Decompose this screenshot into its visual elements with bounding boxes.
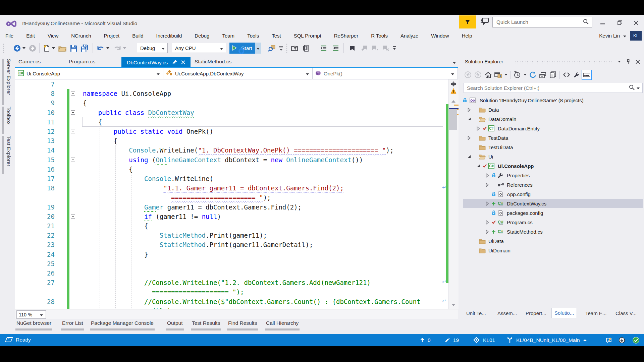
code-review-indicator[interactable] (606, 334, 612, 346)
tree-item-uidata[interactable]: UiData (463, 236, 643, 246)
ncrunch-engine-icon[interactable] (5, 337, 13, 344)
fold-collapse-box[interactable] (71, 91, 75, 96)
expand-chevron-icon[interactable] (486, 180, 489, 189)
redo-dropdown[interactable] (122, 41, 127, 55)
fold-collapse-box[interactable] (71, 214, 75, 219)
menu-tools[interactable]: Tools (241, 30, 265, 41)
save-all-button[interactable] (80, 41, 90, 55)
tree-item-testdata[interactable]: TestData (463, 133, 643, 142)
tab-program.cs[interactable]: Program.cs (69, 59, 95, 65)
bottom-tab-nuget-browser[interactable]: NuGet browser (15, 320, 52, 330)
code-editor[interactable]: 78namespace Ui.ConsoleApp9{10 public cla… (15, 79, 459, 309)
new-file-button[interactable] (42, 41, 51, 55)
fold-collapse-box[interactable] (71, 158, 75, 162)
open-file-button[interactable] (58, 41, 67, 55)
start-options-dropdown[interactable] (255, 43, 261, 54)
close-button[interactable] (630, 18, 642, 27)
navbar-project-dropdown[interactable]: C#Ui.ConsoleApp (15, 68, 163, 79)
navigate-backward-dropdown[interactable] (21, 41, 26, 55)
tab-dbcontextway.cs-active[interactable]: DbContextWay.cs (121, 57, 191, 68)
menu-debug[interactable]: Debug (188, 30, 216, 41)
menu-edit[interactable]: Edit (20, 30, 41, 41)
user-avatar[interactable]: KL (630, 31, 642, 41)
quick-launch-input[interactable]: Quick Launch (492, 17, 592, 27)
solution-explorer-header[interactable]: Solution Explorer (463, 57, 644, 67)
redo-button[interactable] (113, 41, 122, 55)
left-tab-test-explorer[interactable]: Test Explorer (2, 136, 12, 174)
se-home-button[interactable] (483, 70, 493, 80)
menu-view[interactable]: View (41, 30, 65, 41)
navigate-forward-button[interactable] (28, 41, 37, 55)
find-in-files-button[interactable] (267, 41, 277, 55)
menu-r-tools[interactable]: R Tools (365, 30, 394, 41)
collapse-chevron-icon[interactable] (468, 152, 471, 161)
navbar-member-dropdown[interactable]: OnePk() (313, 68, 458, 79)
menu-resharper[interactable]: ReSharper (328, 30, 365, 41)
tree-item-dbcontextway.cs[interactable]: C#DbContextWay.cs (463, 199, 643, 208)
find-options-dropdown[interactable] (278, 41, 284, 55)
tab-gamer.cs[interactable]: Gamer.cs (18, 59, 41, 65)
tree-item-staticmethod.cs[interactable]: C#StaticMethod.cs (463, 227, 643, 236)
bottom-tab-error-list[interactable]: Error List (61, 320, 84, 330)
menu-project[interactable]: Project (97, 30, 126, 41)
se-view-code-button[interactable] (561, 70, 572, 80)
se-scope-dropdown[interactable] (503, 70, 508, 80)
expand-chevron-icon[interactable] (477, 124, 480, 133)
undo-button[interactable] (96, 41, 105, 55)
collapse-chevron-icon[interactable] (477, 161, 480, 171)
fold-collapse-box[interactable] (71, 129, 75, 133)
save-button[interactable] (69, 41, 78, 55)
scroll-down-arrow[interactable] (451, 301, 455, 307)
expand-chevron-icon[interactable] (486, 199, 489, 208)
se-tab-solutio[interactable]: Solutio... (551, 308, 577, 318)
expand-chevron-icon[interactable] (486, 218, 489, 227)
current-branch[interactable]: KL/04B_NUnit_KL/00_Main (506, 334, 587, 346)
decrease-indent-button[interactable] (331, 41, 341, 55)
expand-chevron-icon[interactable] (468, 105, 471, 114)
tree-item-uidomain[interactable]: UiDomain (463, 246, 643, 255)
navigate-backward-button[interactable] (13, 41, 21, 55)
bottom-tab-output[interactable]: Output (166, 320, 184, 330)
navigate-to-button[interactable] (290, 41, 300, 55)
current-repository[interactable]: KL01 (473, 334, 495, 346)
close-panel-button[interactable] (634, 58, 641, 65)
menu-help[interactable]: Help (455, 30, 479, 41)
undo-dropdown[interactable] (105, 41, 110, 55)
left-tab-toolbox[interactable]: Toolbox (2, 107, 12, 134)
se-pending-changes-filter-button[interactable] (512, 70, 522, 80)
se-tab-teame[interactable]: Team E... (583, 308, 609, 318)
minimize-button[interactable] (597, 18, 608, 27)
collapse-chevron-icon[interactable] (468, 114, 471, 124)
solution-configuration-dropdown[interactable]: Debug (137, 43, 168, 53)
toolbar-grip[interactable] (286, 41, 288, 55)
window-position-dropdown[interactable] (615, 58, 623, 65)
se-filter-dropdown[interactable] (522, 70, 528, 80)
uncommitted-changes[interactable]: 19 (445, 334, 459, 346)
caret-down-icon[interactable] (637, 85, 640, 91)
unpublished-commits[interactable]: 0 (420, 334, 431, 346)
menu-sql-prompt[interactable]: SQL Prompt (287, 30, 328, 41)
restore-button[interactable] (614, 18, 626, 27)
menu-incredibuild[interactable]: Incredibuild (150, 30, 189, 41)
feedback-button[interactable] (480, 18, 491, 26)
scroll-up-arrow[interactable] (451, 98, 455, 104)
tree-item-solution-ithandyguy.onlinegame-8-projects-[interactable]: Solution 'ItHandyGuy.OnlineGame' (8 proj… (463, 96, 643, 105)
ncrunch-filter-button[interactable] (459, 15, 476, 28)
se-show-all-files-button[interactable] (548, 70, 558, 80)
bottom-tab-package-manager-console[interactable]: Package Manager Console (90, 320, 155, 330)
se-navigate-back-button[interactable] (463, 70, 473, 80)
expand-chevron-icon[interactable] (486, 171, 489, 180)
tree-item-datadomain[interactable]: DataDomain (463, 114, 643, 124)
update-indicator[interactable] (619, 334, 625, 346)
se-preview-selected-button[interactable] (582, 70, 592, 80)
menu-window[interactable]: Window (425, 30, 455, 41)
editor-scrollbar[interactable] (448, 79, 459, 309)
ncrunch-status-indicator[interactable] (633, 334, 639, 346)
tree-item-ui[interactable]: Ui (463, 152, 643, 161)
left-tab-server-explorer[interactable]: Server Explorer (2, 59, 12, 105)
toolbar-grip[interactable] (3, 41, 5, 55)
bottom-tab-find-results[interactable]: Find Results (227, 320, 258, 330)
menu-ncrunch[interactable]: NCrunch (65, 30, 97, 41)
se-collapse-all-button[interactable] (538, 70, 548, 80)
navbar-type-dropdown[interactable]: Ui.ConsoleApp.DbContextWay (163, 68, 313, 79)
